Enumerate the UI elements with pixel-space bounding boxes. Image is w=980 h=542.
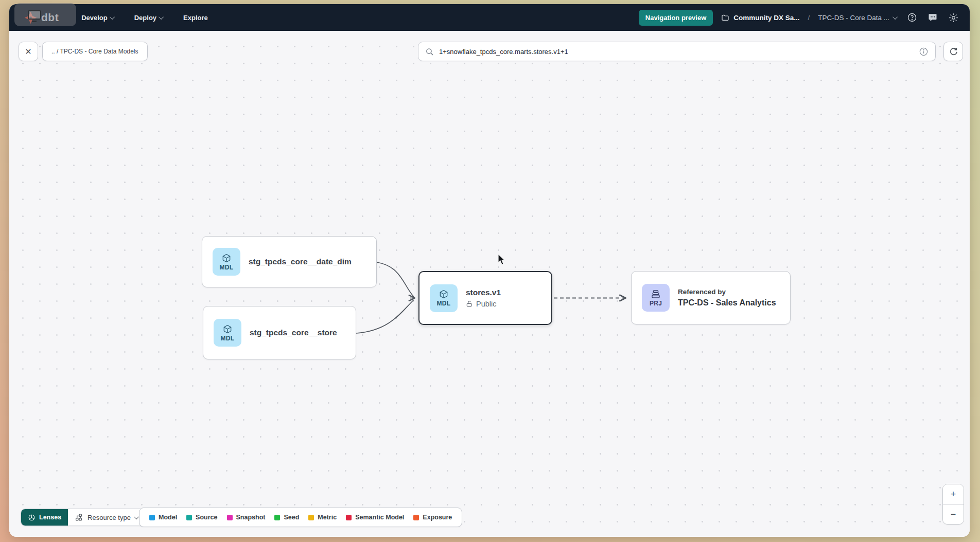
node-label: TPC-DS - Sales Analytics <box>678 298 776 308</box>
model-cube-icon <box>221 253 232 263</box>
folder-icon <box>721 13 729 22</box>
resource-type-dropdown[interactable]: Resource type <box>68 509 146 526</box>
edge-store-to-stores <box>356 300 414 333</box>
model-badge: MDL <box>213 248 240 276</box>
node-stores-v1[interactable]: MDL stores.v1 Public <box>418 271 552 325</box>
legend-item-metric: Metric <box>308 514 337 521</box>
feedback-icon[interactable] <box>926 11 939 24</box>
breadcrumb-separator: / <box>808 14 810 22</box>
legend-item-model: Model <box>149 514 177 521</box>
menu-deploy[interactable]: Deploy <box>134 14 164 22</box>
chevron-down-icon <box>110 14 115 20</box>
main-menu: Develop Deploy Explore <box>81 14 208 22</box>
chevron-down-icon <box>159 14 164 20</box>
legend-swatch <box>413 515 419 520</box>
selector-value: 1+snowflake_tpcds_core.marts.stores.v1+1 <box>439 48 914 56</box>
lenses-button[interactable]: Lenses <box>21 509 68 526</box>
monitor-icon <box>28 10 41 20</box>
project-stack-icon <box>651 289 661 299</box>
resource-type-legend: Model Source Snapshot Seed Metric Semant… <box>139 508 462 527</box>
access-row: Public <box>466 300 501 308</box>
model-badge: MDL <box>430 284 458 312</box>
top-navbar: dbt Develop Deploy Explore Navigation pr… <box>9 4 970 31</box>
refresh-icon <box>949 47 958 57</box>
lineage-path-chip[interactable]: .. / TPC-DS - Core Data Models <box>42 42 148 61</box>
lineage-canvas[interactable]: ✕ .. / TPC-DS - Core Data Models 1+snowf… <box>9 31 970 537</box>
app-window: dbt Develop Deploy Explore Navigation pr… <box>9 4 970 537</box>
zoom-in-button[interactable]: + <box>943 484 964 504</box>
legend-swatch <box>149 515 155 520</box>
breadcrumb-section[interactable]: TPC-DS - Core Data ... <box>818 14 898 22</box>
project-badge: PRJ <box>642 284 670 312</box>
navbar-right: Navigation preview Community DX Sa... / … <box>639 10 959 26</box>
chevron-down-icon <box>892 14 898 20</box>
chevron-down-icon <box>134 514 139 519</box>
lens-aperture-icon <box>28 514 36 521</box>
node-label: stores.v1 <box>466 288 501 297</box>
legend-item-source: Source <box>186 514 217 521</box>
node-referenced-by-sales-analytics[interactable]: PRJ Referenced by TPC-DS - Sales Analyti… <box>631 271 791 324</box>
legend-swatch <box>308 515 314 520</box>
node-label: stg_tpcds_core__store <box>250 328 337 337</box>
zoom-controls: + − <box>942 484 964 525</box>
navigation-preview-badge: Navigation preview <box>639 10 713 26</box>
legend-item-exposure: Exposure <box>413 514 452 521</box>
zoom-out-button[interactable]: − <box>943 504 964 524</box>
edge-date-dim-to-stores <box>377 262 414 297</box>
node-stg-tpcds-core-date-dim[interactable]: MDL stg_tpcds_core__date_dim <box>202 236 377 287</box>
legend-swatch <box>227 515 233 520</box>
settings-gear-icon[interactable] <box>947 11 959 24</box>
node-label: stg_tpcds_core__date_dim <box>249 257 352 266</box>
referenced-by-kicker: Referenced by <box>678 288 776 296</box>
search-icon <box>425 47 434 56</box>
resource-graph-icon <box>75 513 83 521</box>
help-icon[interactable] <box>906 11 918 24</box>
lenses-control-group: Lenses Resource type <box>21 509 146 526</box>
info-icon[interactable] <box>919 47 929 57</box>
legend-swatch <box>274 515 280 520</box>
close-lineage-button[interactable]: ✕ <box>19 42 38 61</box>
refresh-lineage-button[interactable] <box>943 42 963 61</box>
legend-swatch <box>186 515 192 520</box>
legend-item-snapshot: Snapshot <box>227 514 266 521</box>
legend-item-semantic-model: Semantic Model <box>346 514 404 521</box>
unlock-icon <box>466 300 473 308</box>
menu-develop[interactable]: Develop <box>81 14 115 22</box>
mouse-cursor <box>497 254 508 266</box>
legend-swatch <box>346 515 352 520</box>
menu-explore[interactable]: Explore <box>183 14 208 22</box>
breadcrumb-project[interactable]: Community DX Sa... <box>721 13 799 22</box>
model-cube-icon <box>439 289 449 299</box>
model-cube-icon <box>222 324 233 334</box>
model-badge: MDL <box>214 319 241 347</box>
close-icon: ✕ <box>25 47 31 57</box>
node-stg-tpcds-core-store[interactable]: MDL stg_tpcds_core__store <box>203 306 356 359</box>
screen-share-indicator <box>14 3 76 26</box>
legend-item-seed: Seed <box>274 514 299 521</box>
lineage-selector-input[interactable]: 1+snowflake_tpcds_core.marts.stores.v1+1 <box>418 42 936 61</box>
